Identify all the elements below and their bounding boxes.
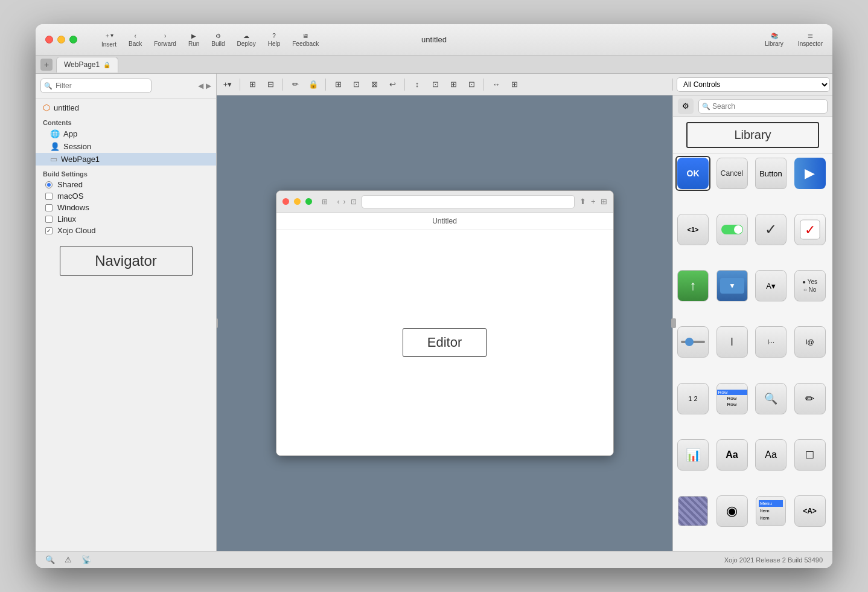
browser-sidebar-icon[interactable]: ⊞ (322, 198, 328, 206)
lib-item-listbox[interactable]: Row Row Row (715, 381, 750, 416)
minimize-button[interactable] (57, 36, 65, 43)
lib-item-pencil[interactable]: ✏ (793, 381, 828, 416)
upload-icon: ↑ (677, 270, 709, 301)
browser-min-btn[interactable] (294, 198, 301, 205)
sidebar-item-xojo-cloud[interactable]: ✓ Xojo Cloud (36, 225, 216, 236)
lib-item-canvas[interactable]: ◉ (715, 494, 750, 529)
library-gear-button[interactable]: ⚙ (678, 98, 694, 114)
lib-item-label[interactable]: Aa (753, 437, 788, 472)
status-rss-icon[interactable]: 📡 (81, 555, 91, 564)
strip-btn-8[interactable]: ↩ (384, 77, 401, 92)
browser-close-btn[interactable] (282, 198, 289, 205)
controls-dropdown[interactable]: All Controls (677, 77, 830, 92)
sidebar-next-icon[interactable]: ▶ (206, 82, 211, 90)
back-button[interactable]: ‹ Back (129, 33, 142, 47)
windows-checkbox[interactable] (45, 204, 53, 211)
webpage1-tab[interactable]: WebPage1 🔒 (56, 57, 118, 72)
strip-btn-4[interactable]: 🔒 (305, 77, 322, 92)
strip-btn-11[interactable]: ⊞ (445, 77, 462, 92)
browser-nav: ⊞ (322, 198, 328, 206)
browser-tab-icon[interactable]: ⊞ (601, 197, 607, 206)
lib-item-barchart[interactable]: 📊 (675, 437, 710, 472)
lib-item-slider[interactable] (675, 324, 710, 359)
lib-item-radiobuttons[interactable]: ● Yes ○ No (793, 268, 828, 303)
feedback-button[interactable]: 🖥 Feedback (292, 33, 319, 47)
sidebar-item-project[interactable]: ⬡ untitled (36, 101, 216, 114)
maximize-button[interactable] (69, 36, 77, 43)
forward-button[interactable]: › Forward (154, 33, 176, 47)
strip-btn-6[interactable]: ⊡ (348, 77, 365, 92)
browser-add-icon[interactable]: + (591, 197, 596, 206)
lib-item-htmlbutton[interactable]: <A> (793, 494, 828, 529)
strip-btn-9[interactable]: ↕ (409, 77, 426, 92)
browser-content[interactable]: Editor (276, 230, 613, 455)
sidebar-item-app[interactable]: 🌐 App (36, 127, 216, 140)
emailfield-icon: I@ (794, 326, 826, 358)
sidebar-item-macos[interactable]: macOS (36, 190, 216, 202)
browser-max-btn[interactable] (305, 198, 312, 205)
lib-item-upload[interactable]: ↑ (675, 268, 710, 303)
sidebar-item-shared[interactable]: Shared (36, 179, 216, 190)
lib-item-ok[interactable]: OK (675, 156, 710, 191)
lib-item-checkbox-green[interactable]: ✓ (793, 212, 828, 247)
lib-item-cancel[interactable]: Cancel (715, 156, 750, 191)
deploy-button[interactable]: ☁ Deploy (237, 33, 256, 47)
fontstyle-icon: Aa (716, 439, 748, 471)
build-button[interactable]: ⚙ Build (211, 33, 225, 47)
strip-btn-12[interactable]: ⊡ (463, 77, 480, 92)
status-warning-icon[interactable]: ⚠ (65, 555, 72, 564)
lib-item-striped[interactable] (675, 494, 710, 529)
strip-btn-7[interactable]: ⊠ (366, 77, 383, 92)
inspector-button[interactable]: ☰ Inspector (798, 33, 823, 47)
shared-radio[interactable] (45, 181, 53, 188)
lib-item-stepper[interactable]: <1> (675, 212, 710, 247)
lib-item-searchfield[interactable]: 🔍 (753, 381, 788, 416)
lib-item-arrow-button[interactable]: ▶ (793, 156, 828, 191)
run-button[interactable]: ▶ Run (188, 33, 199, 47)
lib-item-button[interactable]: Button (753, 156, 788, 191)
strip-btn-1[interactable]: ⊞ (244, 77, 261, 92)
browser-back-icon[interactable]: ‹ (337, 198, 340, 206)
strip-add-btn[interactable]: +▾ (219, 77, 236, 92)
sidebar-item-linux[interactable]: Linux (36, 213, 216, 225)
browser-share-icon[interactable]: ⬆ (579, 197, 586, 206)
lib-item-fontstyle[interactable]: Aa (715, 437, 750, 472)
help-button[interactable]: ? Help (268, 33, 281, 47)
lib-item-emailfield[interactable]: I@ (793, 324, 828, 359)
sidebar-prev-icon[interactable]: ◀ (198, 82, 203, 90)
lib-item-textfield[interactable]: I (715, 324, 750, 359)
lib-item-passwordfield[interactable]: I··· (753, 324, 788, 359)
lib-item-menubutton[interactable]: Menu Item Item (753, 494, 788, 529)
insert-button[interactable]: ＋▾ Insert (101, 31, 116, 48)
library-button[interactable]: 📚 Library (765, 33, 783, 47)
imagev-icon: □ (794, 439, 826, 471)
filter-input[interactable] (40, 79, 152, 93)
lib-item-numericstepper[interactable]: 1 2 (675, 381, 710, 416)
macos-checkbox[interactable] (45, 193, 53, 200)
sidebar-item-windows[interactable]: Windows (36, 202, 216, 213)
strip-btn-5[interactable]: ⊞ (330, 77, 346, 92)
strip-btn-10[interactable]: ⊡ (427, 77, 444, 92)
lib-item-checkbox[interactable]: ✓ (753, 212, 788, 247)
strip-btn-14[interactable]: ⊞ (506, 77, 523, 92)
lib-item-switch[interactable] (715, 212, 750, 247)
sidebar-item-session[interactable]: 👤 Session (36, 140, 216, 153)
pencil-icon: ✏ (794, 383, 826, 414)
resize-handle-right[interactable] (671, 318, 676, 328)
sidebar-item-webpage1[interactable]: ▭ WebPage1 (36, 153, 216, 166)
lib-item-dropdown[interactable]: ▼ (715, 268, 750, 303)
close-button[interactable] (45, 36, 53, 43)
strip-btn-13[interactable]: ↔ (488, 77, 505, 92)
status-search-icon[interactable]: 🔍 (45, 555, 55, 564)
strip-btn-2[interactable]: ⊟ (262, 77, 279, 92)
lib-item-imagev[interactable]: □ (793, 437, 828, 472)
linux-checkbox[interactable] (45, 216, 53, 223)
lib-item-fontdropdown[interactable]: A▾ (753, 268, 788, 303)
library-search-input[interactable] (698, 99, 828, 114)
browser-addressbar[interactable] (362, 195, 575, 208)
add-tab-button[interactable]: + (40, 59, 53, 71)
strip-btn-3[interactable]: ✏ (287, 77, 304, 92)
xojo-cloud-checkbox[interactable]: ✓ (45, 227, 53, 234)
resize-handle-left[interactable] (217, 318, 218, 328)
browser-forward-icon[interactable]: › (343, 198, 346, 206)
